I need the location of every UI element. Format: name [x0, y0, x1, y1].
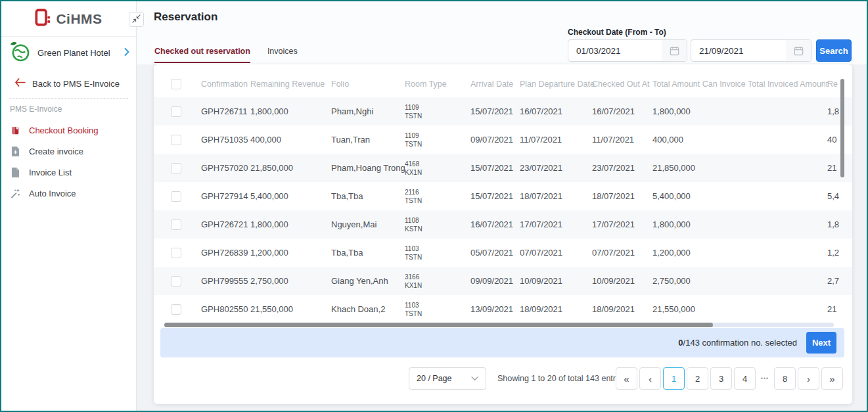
cell-folio: Tba,Tba	[331, 191, 405, 201]
table-row: GPH7995552,750,000Giang Yen,Anh3166KX1N0…	[154, 267, 852, 295]
sidebar-item-label: Create invoice	[29, 147, 83, 156]
table-row: GPH7268391,200,000Tba,Tba1103TSTN05/07/2…	[154, 239, 852, 267]
room-number: 2116	[405, 189, 465, 196]
cell-clipped-last-column: 5,4	[827, 191, 852, 201]
tab-invoices[interactable]: Invoices	[267, 47, 298, 63]
sidebar-item-create-invoice[interactable]: Create invoice	[1, 141, 136, 162]
cell-folio: Khach Doan,2	[331, 304, 405, 314]
hotel-selector[interactable]: Green Planet Hotel	[9, 39, 129, 66]
row-checkbox[interactable]	[171, 106, 181, 117]
page-size-select[interactable]: 20 / Page	[409, 367, 486, 390]
collapse-arrows-icon	[132, 14, 141, 26]
cell-arrival-date: 05/07/2021	[470, 248, 520, 258]
table-row: GPH7279145,400,000Tba,Tba2116TSTN15/07/2…	[154, 182, 852, 210]
pager-ellipsis: •••	[758, 367, 772, 390]
sidebar-item-auto-invoice[interactable]: Auto Invoice	[1, 183, 136, 204]
vertical-scrollbar[interactable]	[840, 79, 844, 177]
table-row: GPH751035400,000Tuan,Tran1109TSTN09/07/2…	[154, 126, 852, 154]
cell-confirmation: GPH726721	[201, 219, 250, 229]
row-checkbox[interactable]	[171, 191, 181, 202]
cell-plan-departure-date: 18/07/2021	[520, 191, 592, 201]
pager-page-4[interactable]: 4	[734, 367, 756, 390]
cell-folio: Tba,Tba	[331, 248, 405, 258]
table-row: GPH7267211,800,000Nguyen,Mai1108KSTN16/0…	[154, 210, 852, 239]
tab-checked-out-reservation[interactable]: Checked out reservation	[154, 47, 250, 63]
chevron-right-icon	[124, 47, 129, 58]
checkout-date-label: Checkout Date (From - To)	[568, 28, 666, 37]
room-code: KSTN	[405, 225, 465, 233]
date-from-input[interactable]: 01/03/2021	[568, 39, 687, 62]
book-icon	[10, 126, 21, 135]
pager-page-8[interactable]: 8	[774, 367, 796, 390]
room-number: 1103	[405, 302, 465, 309]
room-code: TSTN	[405, 197, 465, 204]
cell-clipped-last-column: 1,2	[827, 248, 852, 258]
room-number: 3166	[405, 273, 465, 281]
sidebar: CiHMS Green Planet Hotel	[1, 1, 137, 411]
row-checkbox[interactable]	[171, 304, 181, 315]
cell-confirmation: GPH751035	[201, 135, 250, 145]
cell-remaining-revenue: 21,850,000	[250, 163, 331, 173]
row-checkbox[interactable]	[171, 276, 181, 286]
pager-page-3[interactable]: 3	[710, 367, 732, 390]
sidebar-item-invoice-list[interactable]: Invoice List	[1, 162, 136, 183]
row-checkbox[interactable]	[171, 163, 181, 173]
room-code: KX1N	[405, 282, 465, 289]
room-number: 4168	[405, 160, 465, 168]
table-row: GPH80255021,550,000Khach Doan,21103TSTN1…	[154, 295, 852, 323]
cell-total-amount-can-invoice: 1,200,000	[652, 248, 748, 258]
cell-arrival-date: 15/07/2021	[470, 191, 520, 201]
table-row: GPH7267111,800,000Pham,Nghi1109TSTN15/07…	[154, 97, 852, 126]
cell-room-type: 1108KSTN	[405, 217, 470, 233]
cell-total-amount-can-invoice: 400,000	[652, 135, 748, 145]
pager-page-2[interactable]: 2	[687, 367, 708, 390]
back-link-label: Back to PMS E-Invoice	[32, 79, 120, 89]
pager-prev[interactable]: ‹	[639, 367, 661, 390]
row-checkbox[interactable]	[171, 219, 181, 230]
cell-arrival-date: 09/09/2021	[470, 276, 520, 286]
main-area: Reservation Checkout Date (From - To) 01…	[137, 1, 867, 411]
cell-checked-out-at: 07/07/2021	[592, 248, 652, 258]
back-to-pms-link[interactable]: Back to PMS E-Invoice	[14, 78, 120, 89]
cell-checked-out-at: 11/07/2021	[592, 135, 652, 145]
row-checkbox[interactable]	[171, 135, 181, 145]
pager-next[interactable]: ›	[798, 367, 819, 390]
pager-page-1[interactable]: 1	[663, 367, 685, 390]
selection-bar: 0/143 confirmation no. selected Next	[160, 328, 844, 357]
cell-clipped-last-column: 1,8	[827, 219, 852, 229]
calendar-icon[interactable]	[662, 40, 687, 61]
table-row: GPH75702021,850,000Pham,Hoang Trong4168K…	[154, 154, 852, 182]
cell-plan-departure-date: 16/07/2021	[520, 106, 592, 116]
room-code: TSTN	[405, 112, 465, 120]
cell-room-type: 3166KX1N	[405, 273, 470, 289]
calendar-icon[interactable]	[786, 40, 811, 61]
sidebar-item-checkout-booking[interactable]: Checkout Booking	[1, 120, 136, 141]
pager-last[interactable]: »	[821, 367, 843, 390]
cell-total-amount-can-invoice: 5,400,000	[652, 191, 748, 201]
cell-folio: Tuan,Tran	[331, 135, 405, 145]
pager-first[interactable]: «	[616, 367, 637, 390]
tab-bar: Checked out reservation Invoices	[154, 47, 298, 63]
date-to-value: 21/09/2021	[691, 46, 786, 56]
room-code: TSTN	[405, 310, 465, 317]
sidebar-collapse-button[interactable]	[129, 12, 144, 27]
next-button[interactable]: Next	[806, 332, 836, 354]
cell-clipped-last-column: 21	[827, 163, 852, 173]
cell-plan-departure-date: 10/09/2021	[520, 276, 592, 286]
selection-count-text: 0/143 confirmation no. selected	[678, 338, 797, 348]
horizontal-scrollbar-thumb[interactable]	[164, 323, 713, 327]
cell-remaining-revenue: 400,000	[250, 135, 331, 145]
door-logo-icon	[35, 9, 51, 29]
back-arrow-icon	[14, 78, 26, 89]
cell-plan-departure-date: 11/07/2021	[520, 135, 592, 145]
horizontal-scrollbar[interactable]	[164, 323, 834, 327]
cell-arrival-date: 16/07/2021	[470, 219, 520, 229]
select-all-checkbox[interactable]	[171, 79, 181, 89]
brand-name: CiHMS	[56, 11, 102, 27]
sidebar-menu: Checkout BookingCreate invoiceInvoice Li…	[1, 120, 136, 204]
row-checkbox[interactable]	[171, 248, 181, 258]
cell-remaining-revenue: 2,750,000	[250, 276, 331, 286]
app-window: CiHMS Green Planet Hotel	[0, 0, 868, 412]
date-to-input[interactable]: 21/09/2021	[691, 39, 811, 62]
search-button[interactable]: Search	[816, 39, 852, 62]
